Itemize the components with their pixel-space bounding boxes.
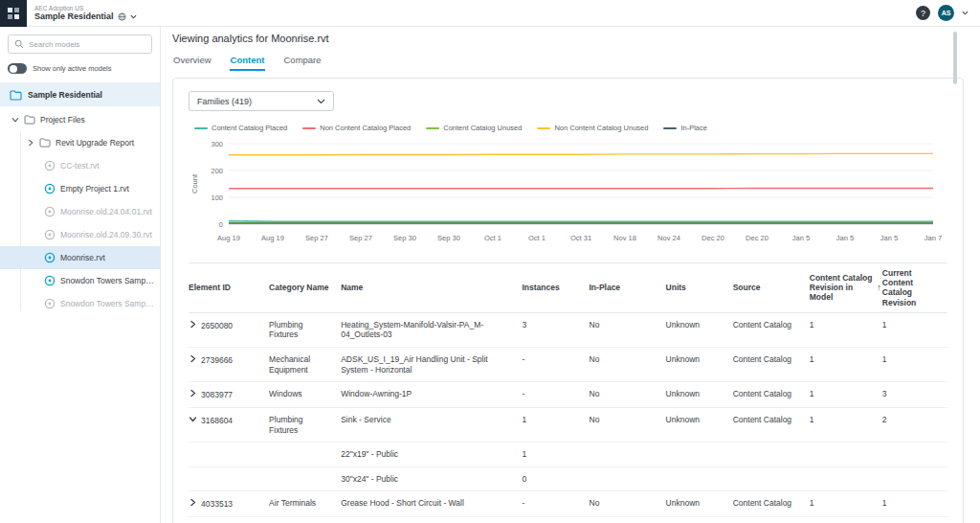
main-content: Viewing analytics for Moonrise.rvt Overv… <box>161 27 980 523</box>
cell-category: Windows <box>269 382 341 408</box>
app-logo[interactable] <box>0 0 27 27</box>
column-header-instances[interactable]: Instances <box>522 263 589 313</box>
column-header-label: In-Place <box>590 283 621 292</box>
chevron-down-icon <box>317 99 325 104</box>
project-switcher[interactable]: AEC Adoption US Sample Residential <box>34 5 137 22</box>
column-header-name[interactable]: Name <box>341 263 522 313</box>
help-button[interactable]: ? <box>916 6 930 20</box>
cell-units: Unknown <box>666 312 733 347</box>
sidebar-item-project-files[interactable]: Project Files <box>0 108 160 131</box>
model-active-icon <box>44 183 56 194</box>
column-header-content-catalog-revision-in-model[interactable]: Content Catalog Revision in Model↑ <box>810 263 882 313</box>
active-models-toggle[interactable] <box>8 63 27 74</box>
families-dropdown[interactable]: Families (419) <box>189 91 334 111</box>
svg-text:Oct 1: Oct 1 <box>528 234 546 242</box>
cell-instances: 0 <box>522 466 589 491</box>
user-avatar[interactable]: AS <box>938 5 954 21</box>
cell-source: Content Catalog <box>733 491 810 517</box>
sort-ascending-icon[interactable]: ↑ <box>877 283 881 293</box>
sidebar-item-label: Moonrise.rvt <box>60 253 160 262</box>
sidebar-item-revit-upgrade-report[interactable]: Revit Upgrade Report <box>0 131 160 154</box>
cell-instances: - <box>522 517 589 523</box>
tab-compare[interactable]: Compare <box>282 53 322 71</box>
toggle-knob <box>10 65 17 73</box>
sidebar-item-snowdon-towers-sample[interactable]: Snowdon Towers Sample ... <box>0 269 160 292</box>
cell-instances: - <box>522 348 589 382</box>
expand-row-icon[interactable] <box>189 389 201 400</box>
svg-text:Aug 19: Aug 19 <box>261 234 284 242</box>
column-header-category-name[interactable]: Category Name <box>269 263 341 313</box>
cell-source: Content Catalog <box>733 407 810 442</box>
chevron-down-icon[interactable] <box>11 116 19 124</box>
globe-icon <box>118 12 126 21</box>
sidebar-item-label: Project Files <box>40 115 160 125</box>
cell-current-revision: 3 <box>882 382 947 408</box>
cell-units <box>666 443 733 467</box>
svg-text:Jan 5: Jan 5 <box>880 234 898 242</box>
sidebar-item-cc-test-rvt[interactable]: CC-test.rvt <box>0 154 160 177</box>
collapse-row-icon[interactable] <box>189 415 201 426</box>
table-row-4096894[interactable]: 4096894Specialty EquipmentSamsung_6_seri… <box>189 517 947 523</box>
cell-revision-in-model: 1 <box>810 407 882 442</box>
expand-row-icon[interactable] <box>189 498 201 510</box>
legend-item-content-catalog-placed[interactable]: Content Catalog Placed <box>194 124 287 132</box>
element-id-value: 3168604 <box>201 416 233 425</box>
model-tree: Project FilesRevit Upgrade ReportCC-test… <box>0 106 160 319</box>
tab-content[interactable]: Content <box>230 53 266 71</box>
cell-revision-in-model <box>810 466 882 491</box>
legend-item-non-content-catalog-placed[interactable]: Non Content Catalog Placed <box>302 124 411 132</box>
svg-text:200: 200 <box>211 167 223 175</box>
search-input[interactable]: Search models <box>8 34 152 54</box>
vertical-scrollbar-thumb[interactable] <box>953 32 957 84</box>
tabs: OverviewContentCompare <box>172 53 964 71</box>
sidebar-item-label: Snowdon Towers Sample ... <box>60 276 160 285</box>
table-header-row: Element IDCategory NameNameInstancesIn-P… <box>189 263 947 313</box>
cell-element-id: 4033513 <box>189 491 269 517</box>
column-header-source[interactable]: Source <box>733 263 810 313</box>
sidebar-item-sample-residential[interactable]: Sample Residential <box>0 83 160 106</box>
table-row-2650080[interactable]: 2650080Plumbing FixturesHeating_System-M… <box>189 312 947 347</box>
column-header-current-content-catalog-revision[interactable]: Current Content Catalog Revision <box>882 263 947 313</box>
cell-instances: 3 <box>522 312 589 347</box>
sidebar-item-moonrise-old-24-04-01-rvt[interactable]: Moonrise.old.24.04.01.rvt <box>0 200 160 223</box>
legend-item-in-place[interactable]: In-Place <box>663 124 707 132</box>
sidebar-item-moonrise-old-24-09-30-rvt[interactable]: Moonrise.old.24.09.30.rvt <box>0 223 160 246</box>
column-header-in-place[interactable]: In-Place <box>590 263 666 313</box>
cell-category <box>269 443 341 467</box>
model-inactive-icon <box>44 206 56 217</box>
legend-label: Non Content Catalog Unused <box>554 124 648 132</box>
table-row-3083977[interactable]: 3083977WindowsWindow-Awning-1P-NoUnknown… <box>189 382 947 408</box>
account-chevron-down-icon[interactable] <box>962 11 969 15</box>
sidebar-item-empty-project-1-rvt[interactable]: Empty Project 1.rvt <box>0 177 160 200</box>
svg-text:Sep 30: Sep 30 <box>437 234 460 242</box>
cell-current-revision: 1 <box>882 348 947 382</box>
table-subrow-30-x24-public[interactable]: 30"x24" - Public0 <box>189 466 947 491</box>
cell-current-revision: 2 <box>882 407 947 442</box>
cell-element-id: 4096894 <box>189 517 269 523</box>
tab-overview[interactable]: Overview <box>172 53 212 71</box>
sidebar-item-snowdon-towers-sample[interactable]: Snowdon Towers Sample ... <box>0 292 160 315</box>
legend-item-content-catalog-unused[interactable]: Content Catalog Unused <box>426 124 522 132</box>
cell-revision-in-model: 1 <box>810 517 882 523</box>
cell-name: Sink - Service <box>341 407 522 442</box>
cell-category: Specialty Equipment <box>269 517 341 523</box>
sidebar-item-moonrise-rvt[interactable]: Moonrise.rvt <box>0 246 160 269</box>
cell-revision-in-model: 1 <box>810 312 882 347</box>
cell-source <box>733 443 810 467</box>
legend-label: Non Content Catalog Placed <box>320 124 411 132</box>
expand-row-icon[interactable] <box>189 354 201 366</box>
cell-element-id: 3083977 <box>189 382 269 408</box>
table-subrow-22-x19-public[interactable]: 22"x19" - Public1 <box>189 443 947 467</box>
table-row-2739666[interactable]: 2739666Mechanical EquipmentADSK_US_I_19_… <box>189 348 947 382</box>
column-header-element-id[interactable]: Element ID <box>189 263 269 313</box>
cell-current-revision <box>882 466 947 491</box>
table-row-3168604[interactable]: 3168604Plumbing FixturesSink - Service1N… <box>189 407 947 442</box>
table-row-4033513[interactable]: 4033513Air TerminalsGrease Hood - Short … <box>189 491 947 517</box>
svg-text:Aug 19: Aug 19 <box>217 234 240 242</box>
chevron-right-icon[interactable] <box>27 139 34 147</box>
chevron-down-icon[interactable] <box>130 14 137 19</box>
cell-source <box>733 466 810 491</box>
legend-item-non-content-catalog-unused[interactable]: Non Content Catalog Unused <box>537 124 648 132</box>
column-header-units[interactable]: Units <box>666 263 733 313</box>
expand-row-icon[interactable] <box>189 320 201 331</box>
